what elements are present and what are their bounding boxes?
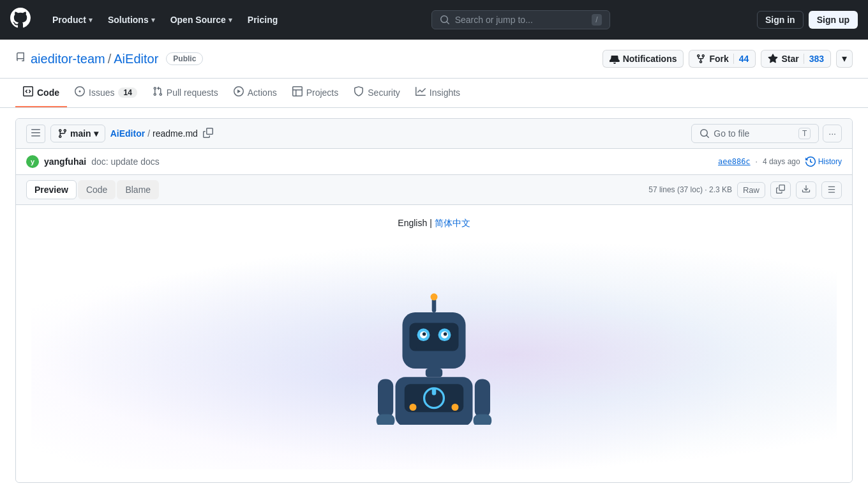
notifications-button[interactable]: Notifications xyxy=(602,50,684,68)
header-search-container: Search or jump to... / xyxy=(294,10,747,29)
file-content-tabs: Preview Code Blame 57 lines (37 loc) · 2… xyxy=(16,175,852,205)
avatar: y xyxy=(26,155,39,168)
insights-tab-label: Insights xyxy=(430,88,460,98)
insights-tab-icon xyxy=(415,86,426,98)
issues-badge: 14 xyxy=(118,88,137,98)
commit-time: 4 days ago xyxy=(763,157,800,166)
repo-path: aieditor-team / AiEditor xyxy=(31,52,158,66)
sign-up-button[interactable]: Sign up xyxy=(809,11,858,29)
commit-message: doc: update docs xyxy=(91,156,160,167)
svg-rect-21 xyxy=(474,415,492,425)
visibility-badge: Public xyxy=(166,52,203,65)
repo-path-separator: / xyxy=(108,52,112,66)
tab-projects[interactable]: Projects xyxy=(285,79,347,107)
repo-header-actions: Notifications Fork 44 Star 383 ▾ xyxy=(602,50,853,68)
issues-tab-icon xyxy=(75,86,85,98)
svg-point-6 xyxy=(423,332,426,336)
svg-point-7 xyxy=(444,332,447,336)
search-box[interactable]: Search or jump to... / xyxy=(431,10,610,29)
commit-info: y yangfuhai doc: update docs aee886c · 4… xyxy=(16,149,852,175)
download-button[interactable] xyxy=(796,181,816,199)
nav-product[interactable]: Product ▾ xyxy=(46,11,99,29)
tab-pull-requests[interactable]: Pull requests xyxy=(145,79,226,107)
commit-sha-link[interactable]: aee886c xyxy=(718,157,751,166)
main-header: Product ▾ Solutions ▾ Open Source ▾ Pric… xyxy=(0,0,868,40)
readme-content: English | 简体中文 xyxy=(16,205,852,482)
svg-rect-19 xyxy=(475,379,490,418)
file-path-separator: / xyxy=(147,128,150,139)
svg-rect-11 xyxy=(426,369,442,377)
svg-point-16 xyxy=(410,404,417,411)
projects-tab-label: Projects xyxy=(306,88,339,98)
search-kbd: / xyxy=(592,14,601,26)
projects-tab-icon xyxy=(292,86,303,98)
svg-rect-20 xyxy=(377,415,395,425)
tab-actions[interactable]: Actions xyxy=(226,79,285,107)
tab-code[interactable]: Code xyxy=(15,79,67,107)
nav-solutions[interactable]: Solutions ▾ xyxy=(101,11,161,29)
raw-button[interactable]: Raw xyxy=(737,182,765,198)
commit-dot-separator: · xyxy=(756,157,758,166)
repo-owner-link[interactable]: aieditor-team xyxy=(31,52,105,66)
star-label: Star xyxy=(781,54,798,64)
robot-image-container xyxy=(31,240,837,469)
nav-product-chevron: ▾ xyxy=(89,16,93,24)
commit-right: aee886c · 4 days ago History xyxy=(718,156,842,167)
nav-open-source[interactable]: Open Source ▾ xyxy=(164,11,239,29)
star-count[interactable]: 383 xyxy=(804,54,824,64)
search-icon xyxy=(440,15,450,25)
branch-selector[interactable]: main ▾ xyxy=(50,125,105,142)
tab-insights[interactable]: Insights xyxy=(408,79,468,107)
history-label: History xyxy=(818,157,842,166)
robot-illustration xyxy=(364,284,504,425)
outline-button[interactable] xyxy=(821,181,842,199)
add-button[interactable]: ▾ xyxy=(836,50,853,68)
fork-count[interactable]: 44 xyxy=(733,54,749,64)
nav-solutions-chevron: ▾ xyxy=(151,16,155,24)
svg-rect-18 xyxy=(378,379,393,418)
lang-chinese-link[interactable]: 简体中文 xyxy=(435,218,470,228)
security-tab-label: Security xyxy=(368,88,400,98)
file-meta: 57 lines (37 loc) · 2.3 KB Raw xyxy=(648,181,842,199)
sidebar-toggle-button[interactable] xyxy=(26,125,45,143)
fork-button[interactable]: Fork xyxy=(696,54,728,64)
header-actions: Sign in Sign up xyxy=(757,11,858,29)
branch-name: main xyxy=(70,128,91,139)
goto-file-button[interactable]: Go to file T xyxy=(691,124,819,143)
star-button-group: Star 383 xyxy=(761,50,831,68)
tab-security[interactable]: Security xyxy=(346,79,408,107)
file-path-filename: readme.md xyxy=(153,128,198,139)
bell-icon xyxy=(610,54,620,64)
nav-pricing[interactable]: Pricing xyxy=(241,11,284,29)
repo-name-link[interactable]: AiEditor xyxy=(114,52,158,66)
copy-path-button[interactable] xyxy=(200,125,216,142)
actions-tab-label: Actions xyxy=(248,88,277,98)
main-nav: Product ▾ Solutions ▾ Open Source ▾ Pric… xyxy=(46,11,284,29)
file-viewer: main ▾ AiEditor / readme.md Go to file T… xyxy=(15,118,853,483)
code-tab-icon xyxy=(23,86,33,98)
file-tab-preview[interactable]: Preview xyxy=(26,180,77,199)
nav-product-label: Product xyxy=(52,15,86,25)
file-viewer-toolbar: main ▾ AiEditor / readme.md Go to file T… xyxy=(16,119,852,149)
star-button[interactable]: Star xyxy=(768,54,798,64)
tab-issues[interactable]: Issues 14 xyxy=(67,79,145,107)
file-tab-blame[interactable]: Blame xyxy=(117,180,159,199)
svg-rect-15 xyxy=(432,388,437,395)
file-tab-code[interactable]: Code xyxy=(78,180,116,199)
file-path-repo-link[interactable]: AiEditor xyxy=(110,128,145,139)
fork-icon xyxy=(696,54,706,64)
goto-file-text: Go to file xyxy=(714,128,749,139)
more-options-button[interactable]: ··· xyxy=(823,125,842,142)
commit-author-link[interactable]: yangfuhai xyxy=(44,156,86,167)
search-placeholder: Search or jump to... xyxy=(455,15,587,25)
history-icon xyxy=(805,156,816,167)
sign-in-button[interactable]: Sign in xyxy=(757,11,804,29)
github-logo[interactable] xyxy=(10,8,31,32)
repo-icon xyxy=(15,52,26,65)
nav-open-source-chevron: ▾ xyxy=(228,16,232,24)
copy-raw-button[interactable] xyxy=(770,181,791,199)
repo-header: aieditor-team / AiEditor Public Notifica… xyxy=(0,40,868,79)
history-link[interactable]: History xyxy=(805,156,842,167)
avatar-letter: y xyxy=(31,158,34,165)
lang-english: English | xyxy=(398,218,434,228)
